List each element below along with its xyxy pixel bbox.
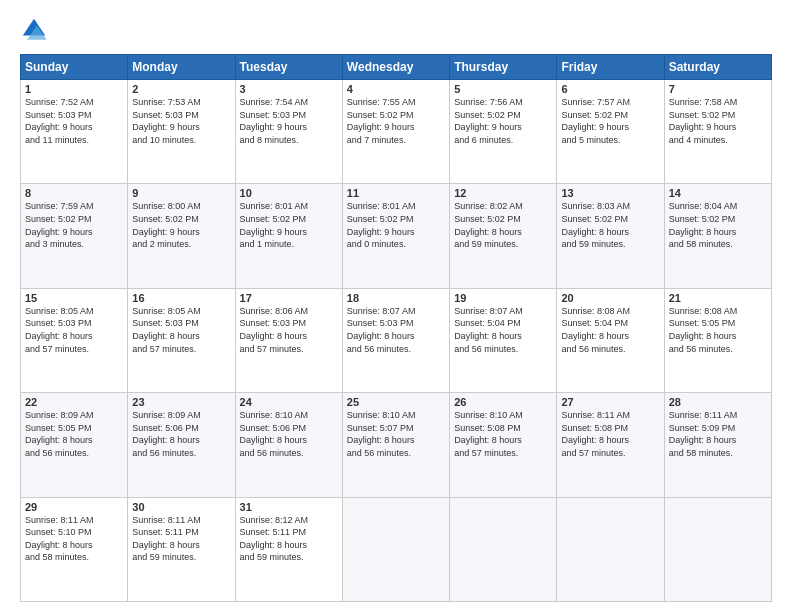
day-cell-8: 8Sunrise: 7:59 AMSunset: 5:02 PMDaylight…	[21, 184, 128, 288]
day-number: 29	[25, 501, 123, 513]
weekday-header-row: SundayMondayTuesdayWednesdayThursdayFrid…	[21, 55, 772, 80]
day-info: Sunrise: 8:01 AMSunset: 5:02 PMDaylight:…	[347, 200, 445, 250]
day-info: Sunrise: 8:10 AMSunset: 5:07 PMDaylight:…	[347, 409, 445, 459]
day-number: 22	[25, 396, 123, 408]
day-cell-18: 18Sunrise: 8:07 AMSunset: 5:03 PMDayligh…	[342, 288, 449, 392]
day-number: 25	[347, 396, 445, 408]
day-cell-19: 19Sunrise: 8:07 AMSunset: 5:04 PMDayligh…	[450, 288, 557, 392]
day-info: Sunrise: 7:59 AMSunset: 5:02 PMDaylight:…	[25, 200, 123, 250]
day-number: 20	[561, 292, 659, 304]
day-cell-9: 9Sunrise: 8:00 AMSunset: 5:02 PMDaylight…	[128, 184, 235, 288]
day-number: 4	[347, 83, 445, 95]
day-cell-3: 3Sunrise: 7:54 AMSunset: 5:03 PMDaylight…	[235, 80, 342, 184]
empty-cell	[342, 497, 449, 601]
empty-cell	[664, 497, 771, 601]
day-cell-30: 30Sunrise: 8:11 AMSunset: 5:11 PMDayligh…	[128, 497, 235, 601]
day-cell-31: 31Sunrise: 8:12 AMSunset: 5:11 PMDayligh…	[235, 497, 342, 601]
day-number: 18	[347, 292, 445, 304]
day-info: Sunrise: 7:57 AMSunset: 5:02 PMDaylight:…	[561, 96, 659, 146]
day-cell-16: 16Sunrise: 8:05 AMSunset: 5:03 PMDayligh…	[128, 288, 235, 392]
day-cell-22: 22Sunrise: 8:09 AMSunset: 5:05 PMDayligh…	[21, 393, 128, 497]
day-info: Sunrise: 7:56 AMSunset: 5:02 PMDaylight:…	[454, 96, 552, 146]
day-info: Sunrise: 8:02 AMSunset: 5:02 PMDaylight:…	[454, 200, 552, 250]
day-number: 16	[132, 292, 230, 304]
day-cell-6: 6Sunrise: 7:57 AMSunset: 5:02 PMDaylight…	[557, 80, 664, 184]
weekday-header-tuesday: Tuesday	[235, 55, 342, 80]
day-cell-20: 20Sunrise: 8:08 AMSunset: 5:04 PMDayligh…	[557, 288, 664, 392]
day-cell-4: 4Sunrise: 7:55 AMSunset: 5:02 PMDaylight…	[342, 80, 449, 184]
weekday-header-monday: Monday	[128, 55, 235, 80]
day-info: Sunrise: 8:08 AMSunset: 5:05 PMDaylight:…	[669, 305, 767, 355]
weekday-header-friday: Friday	[557, 55, 664, 80]
day-cell-1: 1Sunrise: 7:52 AMSunset: 5:03 PMDaylight…	[21, 80, 128, 184]
week-row-3: 15Sunrise: 8:05 AMSunset: 5:03 PMDayligh…	[21, 288, 772, 392]
day-number: 9	[132, 187, 230, 199]
day-cell-12: 12Sunrise: 8:02 AMSunset: 5:02 PMDayligh…	[450, 184, 557, 288]
day-number: 19	[454, 292, 552, 304]
day-number: 30	[132, 501, 230, 513]
day-number: 31	[240, 501, 338, 513]
day-info: Sunrise: 8:11 AMSunset: 5:09 PMDaylight:…	[669, 409, 767, 459]
day-number: 7	[669, 83, 767, 95]
day-cell-29: 29Sunrise: 8:11 AMSunset: 5:10 PMDayligh…	[21, 497, 128, 601]
day-number: 11	[347, 187, 445, 199]
weekday-header-saturday: Saturday	[664, 55, 771, 80]
empty-cell	[450, 497, 557, 601]
day-info: Sunrise: 7:55 AMSunset: 5:02 PMDaylight:…	[347, 96, 445, 146]
day-info: Sunrise: 8:07 AMSunset: 5:04 PMDaylight:…	[454, 305, 552, 355]
day-number: 14	[669, 187, 767, 199]
day-info: Sunrise: 8:04 AMSunset: 5:02 PMDaylight:…	[669, 200, 767, 250]
day-info: Sunrise: 8:05 AMSunset: 5:03 PMDaylight:…	[25, 305, 123, 355]
weekday-header-wednesday: Wednesday	[342, 55, 449, 80]
day-cell-13: 13Sunrise: 8:03 AMSunset: 5:02 PMDayligh…	[557, 184, 664, 288]
day-info: Sunrise: 7:58 AMSunset: 5:02 PMDaylight:…	[669, 96, 767, 146]
day-number: 6	[561, 83, 659, 95]
day-info: Sunrise: 8:11 AMSunset: 5:10 PMDaylight:…	[25, 514, 123, 564]
day-number: 2	[132, 83, 230, 95]
day-cell-26: 26Sunrise: 8:10 AMSunset: 5:08 PMDayligh…	[450, 393, 557, 497]
weekday-header-sunday: Sunday	[21, 55, 128, 80]
day-number: 17	[240, 292, 338, 304]
day-info: Sunrise: 8:08 AMSunset: 5:04 PMDaylight:…	[561, 305, 659, 355]
day-number: 1	[25, 83, 123, 95]
day-number: 3	[240, 83, 338, 95]
calendar: SundayMondayTuesdayWednesdayThursdayFrid…	[20, 54, 772, 602]
weekday-header-thursday: Thursday	[450, 55, 557, 80]
day-info: Sunrise: 8:10 AMSunset: 5:06 PMDaylight:…	[240, 409, 338, 459]
day-info: Sunrise: 8:06 AMSunset: 5:03 PMDaylight:…	[240, 305, 338, 355]
day-cell-21: 21Sunrise: 8:08 AMSunset: 5:05 PMDayligh…	[664, 288, 771, 392]
day-info: Sunrise: 7:52 AMSunset: 5:03 PMDaylight:…	[25, 96, 123, 146]
day-info: Sunrise: 8:09 AMSunset: 5:05 PMDaylight:…	[25, 409, 123, 459]
day-cell-2: 2Sunrise: 7:53 AMSunset: 5:03 PMDaylight…	[128, 80, 235, 184]
day-cell-5: 5Sunrise: 7:56 AMSunset: 5:02 PMDaylight…	[450, 80, 557, 184]
week-row-2: 8Sunrise: 7:59 AMSunset: 5:02 PMDaylight…	[21, 184, 772, 288]
day-info: Sunrise: 8:05 AMSunset: 5:03 PMDaylight:…	[132, 305, 230, 355]
header	[20, 16, 772, 44]
day-info: Sunrise: 8:01 AMSunset: 5:02 PMDaylight:…	[240, 200, 338, 250]
logo-icon	[20, 16, 48, 44]
day-info: Sunrise: 8:12 AMSunset: 5:11 PMDaylight:…	[240, 514, 338, 564]
day-number: 21	[669, 292, 767, 304]
logo	[20, 16, 52, 44]
day-cell-11: 11Sunrise: 8:01 AMSunset: 5:02 PMDayligh…	[342, 184, 449, 288]
week-row-4: 22Sunrise: 8:09 AMSunset: 5:05 PMDayligh…	[21, 393, 772, 497]
day-number: 24	[240, 396, 338, 408]
day-cell-17: 17Sunrise: 8:06 AMSunset: 5:03 PMDayligh…	[235, 288, 342, 392]
day-number: 15	[25, 292, 123, 304]
day-number: 5	[454, 83, 552, 95]
day-number: 10	[240, 187, 338, 199]
week-row-5: 29Sunrise: 8:11 AMSunset: 5:10 PMDayligh…	[21, 497, 772, 601]
day-number: 8	[25, 187, 123, 199]
day-cell-23: 23Sunrise: 8:09 AMSunset: 5:06 PMDayligh…	[128, 393, 235, 497]
day-cell-27: 27Sunrise: 8:11 AMSunset: 5:08 PMDayligh…	[557, 393, 664, 497]
day-cell-28: 28Sunrise: 8:11 AMSunset: 5:09 PMDayligh…	[664, 393, 771, 497]
day-cell-15: 15Sunrise: 8:05 AMSunset: 5:03 PMDayligh…	[21, 288, 128, 392]
day-info: Sunrise: 7:54 AMSunset: 5:03 PMDaylight:…	[240, 96, 338, 146]
day-number: 23	[132, 396, 230, 408]
day-number: 13	[561, 187, 659, 199]
day-info: Sunrise: 8:11 AMSunset: 5:11 PMDaylight:…	[132, 514, 230, 564]
day-number: 12	[454, 187, 552, 199]
day-cell-7: 7Sunrise: 7:58 AMSunset: 5:02 PMDaylight…	[664, 80, 771, 184]
day-info: Sunrise: 8:07 AMSunset: 5:03 PMDaylight:…	[347, 305, 445, 355]
day-info: Sunrise: 8:03 AMSunset: 5:02 PMDaylight:…	[561, 200, 659, 250]
